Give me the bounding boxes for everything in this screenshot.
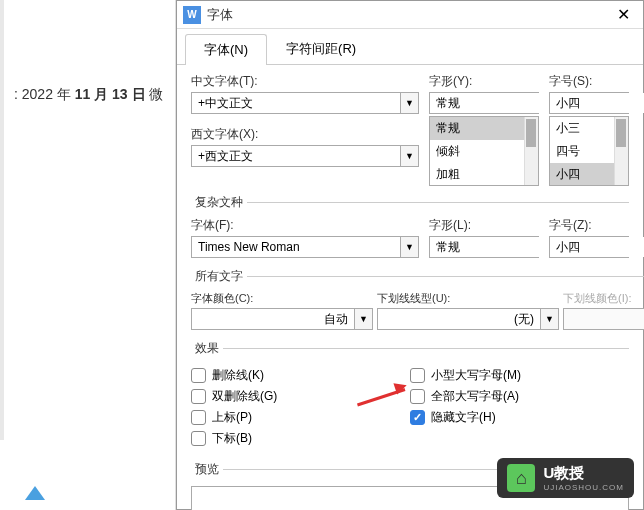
underline-input[interactable]: [378, 309, 540, 329]
complex-size-label: 字号(Z):: [549, 217, 629, 234]
complex-style-label: 字形(L):: [429, 217, 539, 234]
superscript-label: 上标(P): [212, 409, 252, 426]
tabs: 字体(N) 字符间距(R): [177, 29, 643, 65]
allchar-fieldset: 所有文字 字体颜色(C): ▼ 下划线线型(U): ▼: [191, 268, 644, 334]
ulcolor-label: 下划线颜色(I):: [563, 291, 644, 306]
date-suffix: 微: [146, 86, 164, 102]
date-mid: 11 月 13 日: [75, 86, 146, 102]
size-label: 字号(S):: [549, 73, 629, 90]
western-font-input[interactable]: [192, 146, 400, 166]
tab-font[interactable]: 字体(N): [185, 34, 267, 65]
chevron-down-icon[interactable]: ▼: [400, 146, 418, 166]
scrollbar[interactable]: [524, 117, 538, 185]
strike-checkbox[interactable]: [191, 368, 206, 383]
hidden-checkbox[interactable]: [410, 410, 425, 425]
color-input[interactable]: [192, 309, 354, 329]
smallcaps-checkbox[interactable]: [410, 368, 425, 383]
doc-edge: [0, 0, 4, 440]
complex-size-combo[interactable]: ▼: [549, 236, 629, 258]
complex-size-input[interactable]: [550, 237, 644, 257]
date-prefix: : 2022 年: [14, 86, 75, 102]
ulcolor-combo: ▼: [563, 308, 644, 330]
complex-legend: 复杂文种: [191, 194, 247, 211]
size-combo[interactable]: [549, 92, 629, 114]
allcaps-checkbox[interactable]: [410, 389, 425, 404]
chinese-font-input[interactable]: [192, 93, 400, 113]
style-label: 字形(Y):: [429, 73, 539, 90]
chinese-font-label: 中文字体(T):: [191, 73, 419, 90]
dialog-title: 字体: [207, 6, 603, 24]
chevron-down-icon[interactable]: ▼: [540, 309, 558, 329]
allchar-legend: 所有文字: [191, 268, 247, 285]
list-item[interactable]: 倾斜: [430, 140, 538, 163]
subscript-label: 下标(B): [212, 430, 252, 447]
complex-style-combo[interactable]: ▼: [429, 236, 539, 258]
watermark-logo: ⌂ U教授 UJIAOSHOU.COM: [497, 458, 634, 498]
document-background: : 2022 年 11 月 13 日 微: [0, 0, 176, 510]
smallcaps-label: 小型大写字母(M): [431, 367, 521, 384]
complex-font-label: 字体(F):: [191, 217, 419, 234]
titlebar: W 字体 ✕: [177, 1, 643, 29]
logo-icon: ⌂: [507, 464, 535, 492]
logo-sub: UJIAOSHOU.COM: [543, 483, 624, 492]
complex-fieldset: 复杂文种 字体(F): ▼ 字形(L): ▼ 字: [191, 194, 629, 262]
color-label: 字体颜色(C):: [191, 291, 373, 306]
size-input[interactable]: [550, 93, 644, 113]
underline-combo[interactable]: ▼: [377, 308, 559, 330]
list-item[interactable]: 常规: [430, 117, 538, 140]
style-combo[interactable]: [429, 92, 539, 114]
dialog-content: 中文字体(T): ▼ 西文字体(X): ▼ 字形(Y):: [177, 65, 643, 510]
triangle-decoration: [25, 486, 45, 500]
superscript-checkbox[interactable]: [191, 410, 206, 425]
western-font-combo[interactable]: ▼: [191, 145, 419, 167]
strike-label: 删除线(K): [212, 367, 264, 384]
effects-fieldset: 效果 删除线(K) 双删除线(G) 上标(P) 下标(B) 小型大写字母(M) …: [191, 340, 629, 455]
tab-spacing[interactable]: 字符间距(R): [267, 33, 375, 64]
effects-legend: 效果: [191, 340, 223, 357]
underline-label: 下划线线型(U):: [377, 291, 559, 306]
app-icon: W: [183, 6, 201, 24]
ulcolor-input: [564, 309, 644, 329]
font-dialog: W 字体 ✕ 字体(N) 字符间距(R) 中文字体(T): ▼ 西文字体(X):…: [176, 0, 644, 510]
western-font-label: 西文字体(X):: [191, 126, 419, 143]
chevron-down-icon[interactable]: ▼: [400, 93, 418, 113]
list-item[interactable]: 加粗: [430, 163, 538, 186]
hidden-label: 隐藏文字(H): [431, 409, 496, 426]
preview-legend: 预览: [191, 461, 223, 478]
dblstrike-checkbox[interactable]: [191, 389, 206, 404]
color-combo[interactable]: ▼: [191, 308, 373, 330]
logo-text: U教授: [543, 464, 624, 483]
close-button[interactable]: ✕: [603, 1, 643, 29]
chevron-down-icon[interactable]: ▼: [400, 237, 418, 257]
complex-font-input[interactable]: [192, 237, 400, 257]
style-listbox[interactable]: 常规 倾斜 加粗: [429, 116, 539, 186]
scrollbar[interactable]: [614, 117, 628, 185]
chinese-font-combo[interactable]: ▼: [191, 92, 419, 114]
allcaps-label: 全部大写字母(A): [431, 388, 519, 405]
complex-font-combo[interactable]: ▼: [191, 236, 419, 258]
doc-text-line: : 2022 年 11 月 13 日 微: [14, 86, 163, 104]
chevron-down-icon[interactable]: ▼: [354, 309, 372, 329]
subscript-checkbox[interactable]: [191, 431, 206, 446]
dblstrike-label: 双删除线(G): [212, 388, 277, 405]
